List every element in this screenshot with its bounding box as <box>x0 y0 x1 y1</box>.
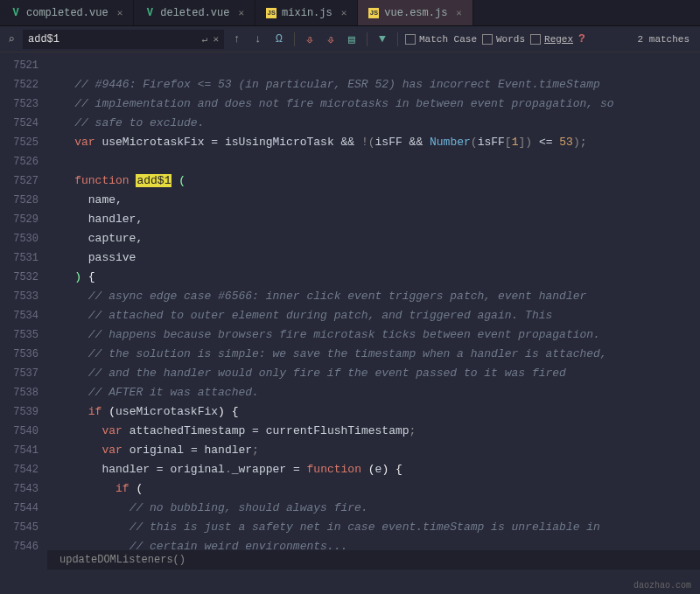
match-case-checkbox[interactable]: Match Case <box>405 34 477 45</box>
code-line[interactable]: if ( <box>47 479 700 499</box>
code-line[interactable]: handler, <box>47 210 700 229</box>
tab-vue-esm-js[interactable]: JSvue.esm.js✕ <box>358 0 473 25</box>
code-line[interactable]: var useMicrotaskFix = isUsingMicroTask &… <box>47 133 700 152</box>
tab-label: vue.esm.js <box>384 7 447 19</box>
code-line[interactable]: // async edge case #6566: inner click ev… <box>47 287 700 306</box>
find-input-box[interactable]: ↵ ✕ <box>23 30 224 49</box>
code-line[interactable]: var attachedTimestamp = currentFlushTime… <box>47 422 700 441</box>
tab-completed-vue[interactable]: Vcompleted.vue✕ <box>0 0 134 25</box>
close-icon[interactable]: ✕ <box>213 33 219 45</box>
add-cursor-right-icon[interactable]: ⎀ <box>323 31 339 47</box>
code-line[interactable]: // attached to outer element during patc… <box>47 306 700 325</box>
tab-label: deleted.vue <box>160 7 229 19</box>
find-all-button[interactable]: Ω <box>271 31 287 47</box>
code-line[interactable]: function add$1 ( <box>47 171 700 191</box>
separator <box>397 32 398 46</box>
tab-label: mixin.js <box>282 7 332 19</box>
file-icon: JS <box>368 8 379 18</box>
code-line[interactable] <box>47 152 700 171</box>
help-icon[interactable]: ? <box>578 32 585 45</box>
match-count: 2 matches <box>638 34 690 45</box>
code-line[interactable]: var original = handler; <box>47 441 700 460</box>
words-checkbox[interactable]: Words <box>482 34 525 45</box>
code-line[interactable]: // and the handler would only fire if th… <box>47 364 700 383</box>
tab-close-icon[interactable]: ✕ <box>238 7 244 18</box>
code-line[interactable]: capture, <box>47 229 700 248</box>
tab-close-icon[interactable]: ✕ <box>117 7 123 18</box>
add-cursor-left-icon[interactable]: ⎀ <box>302 31 318 47</box>
find-input[interactable] <box>28 33 197 45</box>
filter-icon[interactable]: ▼ <box>374 31 390 47</box>
code-line[interactable]: handler = original._wrapper = function (… <box>47 460 700 479</box>
code-line[interactable]: // #9446: Firefox <= 53 (in particular, … <box>47 75 700 94</box>
separator <box>367 32 368 46</box>
separator <box>294 32 295 46</box>
code-line[interactable]: ) { <box>47 268 700 287</box>
line-gutter: 7521752275237524752575267527752875297530… <box>0 52 47 570</box>
watermark: daozhao.com <box>634 581 691 591</box>
code-line[interactable]: // this is just a safety net in case eve… <box>47 518 700 537</box>
code-line[interactable]: // AFTER it was attached. <box>47 383 700 402</box>
file-icon: V <box>10 8 21 18</box>
code-line[interactable]: // the solution is simple: we save the t… <box>47 345 700 364</box>
code-area[interactable]: // #9446: Firefox <= 53 (in particular, … <box>47 52 700 570</box>
code-line[interactable]: if (useMicrotaskFix) { <box>47 402 700 422</box>
tab-close-icon[interactable]: ✕ <box>456 7 462 18</box>
breadcrumb[interactable]: updateDOMListeners() <box>47 550 700 570</box>
find-bar: ⌕ ↵ ✕ ↑ ↓ Ω ⎀ ⎀ ▤ ▼ Match Case Words Reg… <box>0 26 700 52</box>
code-line[interactable]: name, <box>47 191 700 210</box>
file-icon: JS <box>266 8 276 18</box>
code-line[interactable]: // safe to exclude. <box>47 114 700 133</box>
code-editor: 7521752275237524752575267527752875297530… <box>0 52 700 570</box>
find-prev-button[interactable]: ↑ <box>229 31 245 47</box>
bookmark-icon[interactable]: ▤ <box>344 31 360 47</box>
code-line[interactable]: // implementation and does not fire micr… <box>47 94 700 114</box>
code-line[interactable]: // happens because browsers fire microta… <box>47 325 700 345</box>
tab-label: completed.vue <box>26 7 108 19</box>
search-icon: ⌕ <box>5 32 18 46</box>
code-line[interactable]: passive <box>47 248 700 268</box>
tab-deleted-vue[interactable]: Vdeleted.vue✕ <box>134 0 256 25</box>
tab-mixin-js[interactable]: JSmixin.js✕ <box>256 0 358 25</box>
tab-close-icon[interactable]: ✕ <box>341 7 347 18</box>
regex-checkbox[interactable]: Regex <box>530 34 573 45</box>
code-line[interactable] <box>47 56 700 75</box>
file-icon: V <box>144 8 155 18</box>
find-next-button[interactable]: ↓ <box>250 31 266 47</box>
enter-icon: ↵ <box>202 33 208 45</box>
code-line[interactable]: // no bubbling, should always fire. <box>47 499 700 518</box>
